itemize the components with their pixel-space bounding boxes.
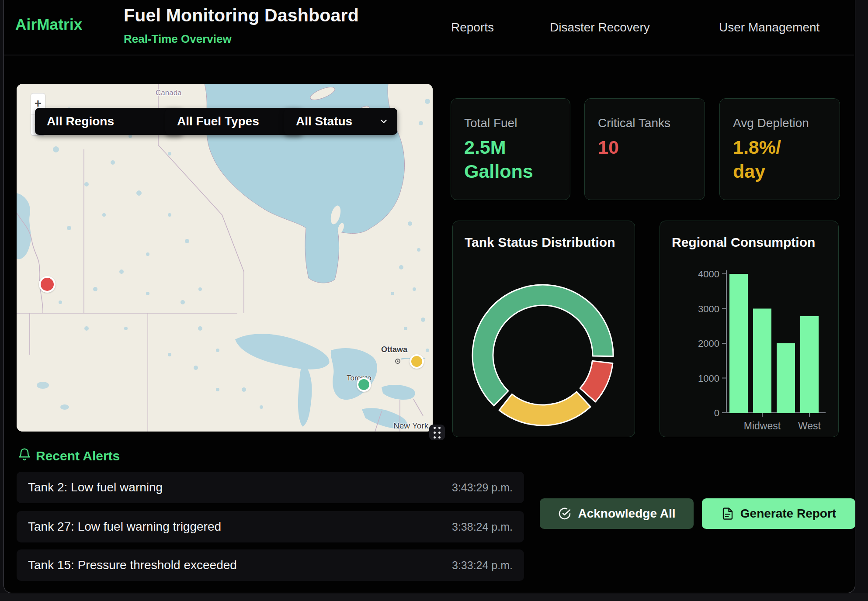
page-title: Fuel Monitoring Dashboard <box>124 5 359 26</box>
svg-text:Midwest: Midwest <box>744 420 781 432</box>
alert-text: Tank 15: Pressure threshold exceeded <box>28 558 237 572</box>
alert-row[interactable]: Tank 15: Pressure threshold exceeded 3:3… <box>17 549 524 581</box>
nav-user-management[interactable]: User Management <box>719 21 819 35</box>
alert-text: Tank 2: Low fuel warning <box>28 480 163 494</box>
stat-card-avg-depletion: Avg Depletion 1.8%/ day <box>719 98 840 200</box>
header-divider <box>4 55 854 55</box>
bell-icon <box>17 447 31 462</box>
chevron-down-icon <box>379 117 389 126</box>
alert-time: 3:33:24 p.m. <box>452 559 513 572</box>
alert-text: Tank 27: Low fuel warning triggered <box>28 520 221 534</box>
svg-text:1000: 1000 <box>698 373 719 384</box>
generate-report-label: Generate Report <box>740 507 836 521</box>
svg-text:4000: 4000 <box>698 269 719 280</box>
alert-row[interactable]: Tank 2: Low fuel warning 3:43:29 p.m. <box>17 472 524 503</box>
stat-label: Critical Tanks <box>598 116 691 130</box>
svg-text:3000: 3000 <box>698 304 719 314</box>
page-subtitle: Real-Time Overview <box>124 32 232 46</box>
tank-status-title: Tank Status Distribution <box>465 235 615 250</box>
svg-text:0: 0 <box>714 408 719 418</box>
fuel-type-filter-dropdown[interactable]: All Fuel Types <box>165 108 303 135</box>
stat-value: 10 <box>598 135 691 159</box>
tank-marker-critical[interactable] <box>39 276 56 293</box>
tank-marker-warning[interactable] <box>410 354 424 369</box>
stat-card-total-fuel: Total Fuel 2.5M Gallons <box>451 98 570 200</box>
brand-logo: AirMatrix <box>15 16 83 33</box>
map-resize-grip[interactable] <box>429 425 445 440</box>
svg-text:2000: 2000 <box>698 338 719 349</box>
alert-row[interactable]: Tank 27: Low fuel warning triggered 3:38… <box>17 511 524 542</box>
status-filter-value: All Status <box>296 114 352 128</box>
stat-value: 1.8%/ day <box>733 135 826 183</box>
nav-reports[interactable]: Reports <box>451 21 494 35</box>
regional-consumption-bar-chart: 01000200030004000MidwestWest <box>660 221 839 437</box>
map-label-ottawa: Ottawa <box>381 345 407 354</box>
svg-text:West: West <box>798 420 821 432</box>
stat-label: Avg Depletion <box>733 116 826 130</box>
check-circle-icon <box>558 507 572 521</box>
region-filter-dropdown[interactable]: All Regions <box>35 108 183 135</box>
stat-label: Total Fuel <box>464 116 557 130</box>
generate-report-button[interactable]: Generate Report <box>702 498 855 529</box>
stat-value: 2.5M Gallons <box>464 135 557 183</box>
stat-card-critical-tanks: Critical Tanks 10 <box>584 98 705 200</box>
recent-alerts-title: Recent Alerts <box>36 449 120 463</box>
map-label-canada: Canada <box>156 89 182 97</box>
region-filter-value: All Regions <box>47 114 114 128</box>
acknowledge-all-label: Acknowledge All <box>578 507 675 521</box>
alert-time: 3:43:29 p.m. <box>452 481 513 494</box>
map-label-new-york: New York <box>393 421 428 431</box>
file-report-icon <box>721 507 734 521</box>
fuel-monitoring-dashboard: AirMatrix Fuel Monitoring Dashboard Real… <box>0 0 868 601</box>
tank-status-donut <box>469 281 617 429</box>
fuel-type-filter-value: All Fuel Types <box>177 114 259 128</box>
tank-marker-normal[interactable] <box>357 377 371 392</box>
bottom-strip <box>0 593 868 601</box>
acknowledge-all-button[interactable]: Acknowledge All <box>540 498 694 529</box>
fuel-map[interactable]: Canada Ottawa Toronto New York <box>17 84 433 432</box>
status-filter-dropdown[interactable]: All Status <box>284 108 397 135</box>
alert-time: 3:38:24 p.m. <box>452 521 513 533</box>
nav-disaster-recovery[interactable]: Disaster Recovery <box>550 21 650 35</box>
